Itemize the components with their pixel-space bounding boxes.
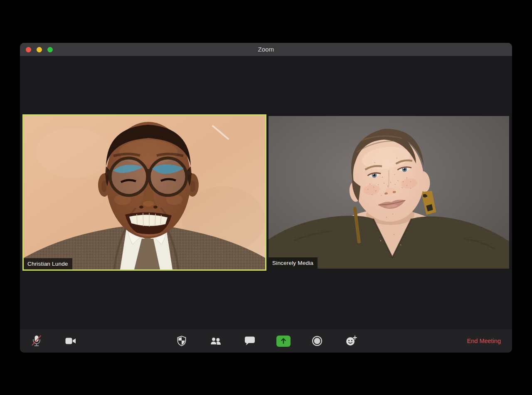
reactions-button[interactable] (341, 329, 361, 353)
chat-bubble-icon (244, 336, 255, 346)
traffic-light-buttons (26, 43, 53, 56)
security-shield-icon (177, 336, 187, 346)
window-title: Zoom (258, 46, 274, 53)
meeting-toolbar: End Meeting (20, 329, 512, 353)
participant-name-label: Sincerely Media (268, 257, 318, 269)
participants-button[interactable] (206, 329, 226, 353)
video-tile-sincerely-media[interactable]: Sincerely Media (268, 116, 509, 269)
unmute-button[interactable] (27, 329, 47, 353)
participant-name-label: Christian Lunde (24, 258, 72, 270)
record-button[interactable] (307, 329, 327, 353)
share-screen-up-arrow-icon (280, 337, 287, 345)
zoom-window-button[interactable] (47, 47, 53, 52)
video-camera-icon (65, 337, 76, 345)
reactions-smiley-plus-icon (345, 336, 357, 346)
zoom-app-window: Zoom (20, 43, 512, 353)
end-meeting-label: End Meeting (467, 338, 501, 344)
security-button[interactable] (172, 329, 192, 353)
participant-video-sincerely-media (268, 116, 509, 269)
video-gallery: Christian Lunde (20, 56, 512, 329)
desktop-background: Zoom (0, 0, 532, 395)
minimize-window-button[interactable] (37, 47, 42, 52)
stop-video-button[interactable] (61, 329, 81, 353)
share-screen-pill (276, 336, 291, 347)
share-screen-button[interactable] (273, 329, 293, 353)
record-circle-icon (312, 336, 323, 346)
end-meeting-button[interactable]: End Meeting (467, 329, 501, 353)
participants-icon (210, 336, 222, 346)
microphone-muted-icon (31, 335, 42, 347)
close-window-button[interactable] (26, 47, 31, 52)
chat-button[interactable] (240, 329, 260, 353)
video-tile-christian-lunde[interactable]: Christian Lunde (22, 114, 266, 271)
window-titlebar: Zoom (20, 43, 512, 56)
participant-video-christian-lunde (24, 116, 265, 269)
